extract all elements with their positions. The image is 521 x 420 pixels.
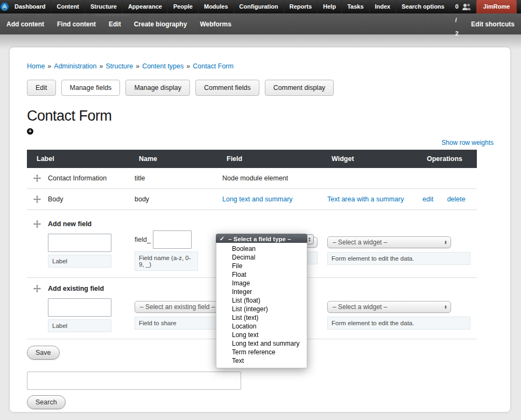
dropdown-option-decimal[interactable]: Decimal — [216, 253, 307, 262]
shortcut-find-content[interactable]: Find content — [51, 20, 102, 28]
search-input[interactable] — [27, 372, 241, 390]
drag-handle-icon[interactable] — [33, 174, 41, 182]
field-type: Node module element — [222, 168, 327, 189]
new-field-label-input[interactable] — [48, 234, 111, 252]
drupal-drop-icon — [0, 2, 9, 11]
breadcrumb-separator: » — [186, 62, 190, 70]
table-header-row: Label Name Field Widget Operations — [27, 150, 477, 168]
admin-toolbar: Dashboard Content Structure Appearance P… — [0, 0, 521, 13]
select-stepper-icon: ▲▼ — [308, 237, 311, 242]
field-type-link[interactable]: Long text and summary — [222, 195, 293, 203]
breadcrumb-administration[interactable]: Administration — [54, 62, 96, 70]
toolbar-item-content[interactable]: Content — [51, 0, 85, 13]
delete-link[interactable]: delete — [447, 195, 466, 203]
breadcrumb-structure[interactable]: Structure — [105, 62, 133, 70]
breadcrumb-home[interactable]: Home — [27, 62, 45, 70]
save-button[interactable]: Save — [27, 346, 60, 360]
contextual-add-icon[interactable]: + — [27, 128, 33, 135]
field-name-prefix: field_ — [135, 230, 151, 249]
toolbar-item-dashboard[interactable]: Dashboard — [9, 0, 51, 13]
tab-manage-display[interactable]: Manage display — [125, 80, 190, 96]
tab-comment-fields[interactable]: Comment fields — [195, 80, 259, 96]
drupal-logo-icon[interactable] — [0, 0, 9, 13]
edit-shortcuts-link[interactable]: Edit shortcuts — [464, 20, 521, 28]
toolbar-item-appearance[interactable]: Appearance — [123, 0, 168, 13]
breadcrumb-separator: » — [100, 62, 103, 70]
show-row-weights-link[interactable]: Show row weights — [441, 139, 494, 146]
dropdown-option-location[interactable]: Location — [216, 322, 307, 331]
field-name: body — [135, 189, 222, 210]
existing-field-label-description: Label — [48, 319, 111, 332]
dropdown-option-file[interactable]: File — [216, 262, 307, 270]
table-row-body: Body body Long text and summary Text are… — [27, 189, 477, 210]
toolbar-item-modules[interactable]: Modules — [199, 0, 234, 13]
users-icon — [462, 0, 476, 13]
toolbar-item-index[interactable]: Index — [370, 0, 397, 13]
field-widget — [327, 168, 423, 189]
dropdown-option-boolean[interactable]: Boolean — [216, 244, 307, 253]
dropdown-option-list-integer[interactable]: List (integer) — [216, 305, 307, 313]
widget-select-value: – Select a widget – — [333, 303, 387, 311]
dropdown-option-image[interactable]: Image — [216, 279, 307, 288]
col-header-field: Field — [222, 150, 327, 168]
dropdown-selected-label: – Select a field type – — [228, 236, 291, 242]
dropdown-option-list-text[interactable]: List (text) — [216, 313, 307, 322]
field-widget-link[interactable]: Text area with a summary — [327, 195, 404, 203]
select-stepper-icon: ▲▼ — [444, 240, 447, 245]
toolbar-item-reports[interactable]: Reports — [284, 0, 318, 13]
dropdown-option-float[interactable]: Float — [216, 270, 307, 279]
new-field-label-description: Label — [48, 255, 111, 268]
add-existing-field-title: Add existing field — [48, 284, 111, 293]
field-name: title — [135, 168, 222, 189]
dropdown-option-long-text[interactable]: Long text — [216, 331, 307, 339]
dropdown-option-integer[interactable]: Integer — [216, 288, 307, 296]
existing-field-label-input[interactable] — [48, 298, 111, 317]
toolbar-item-configuration[interactable]: Configuration — [234, 0, 284, 13]
breadcrumb: Home»Administration»Structure»Content ty… — [27, 62, 510, 70]
tab-manage-fields[interactable]: Manage fields — [61, 80, 121, 96]
dropdown-option-list: Boolean Decimal File Float Image Integer… — [216, 243, 307, 368]
dropdown-option-list-float[interactable]: List (float) — [216, 296, 307, 305]
shortcut-webforms[interactable]: Webforms — [193, 20, 237, 28]
tab-comment-display[interactable]: Comment display — [265, 80, 334, 96]
col-header-label: Label — [27, 150, 135, 168]
edit-link[interactable]: edit — [423, 195, 433, 203]
online-user-counter: 0 / 2 — [450, 0, 462, 13]
search-button[interactable]: Search — [27, 395, 66, 409]
widget-select[interactable]: – Select a widget – ▲▼ — [327, 236, 451, 248]
shortcut-edit[interactable]: Edit — [102, 20, 128, 28]
field-label: Contact Information — [48, 174, 107, 182]
breadcrumb-separator: » — [47, 62, 51, 70]
widget-select-value: – Select a widget – — [333, 239, 387, 246]
shortcut-add-content[interactable]: Add content — [0, 20, 51, 28]
table-row-title: Contact Information title Node module el… — [27, 168, 477, 189]
toolbar-item-search-options[interactable]: Search options — [396, 0, 449, 13]
field-type-dropdown: ✓ – Select a field type – Boolean Decima… — [216, 234, 307, 368]
new-field-name-input[interactable] — [153, 230, 192, 249]
col-header-name: Name — [135, 150, 222, 168]
toolbar-item-structure[interactable]: Structure — [85, 0, 123, 13]
drag-handle-icon[interactable] — [33, 285, 41, 292]
shortcut-create-biography[interactable]: Create biography — [128, 20, 194, 28]
active-toolbar-indicator — [95, 13, 130, 16]
dropdown-option-term-reference[interactable]: Term reference — [216, 348, 307, 356]
tab-edit[interactable]: Edit — [27, 80, 56, 96]
logout-link[interactable]: Log out — [517, 0, 521, 13]
toolbar-item-tasks[interactable]: Tasks — [342, 0, 369, 13]
page-title: Contact Form — [27, 108, 510, 124]
col-header-widget: Widget — [327, 150, 423, 168]
dropdown-option-long-text-and-summary[interactable]: Long text and summary — [216, 339, 307, 348]
toolbar-item-people[interactable]: People — [168, 0, 199, 13]
shortcut-bar: Add content Find content Edit Create bio… — [0, 13, 521, 34]
select-stepper-icon: ▲▼ — [444, 305, 447, 310]
breadcrumb-contact-form[interactable]: Contact Form — [193, 62, 234, 70]
breadcrumb-content-types[interactable]: Content types — [142, 62, 184, 70]
drag-handle-icon[interactable] — [33, 220, 41, 228]
current-user-badge[interactable]: JimRome — [476, 0, 517, 13]
field-operations — [423, 168, 477, 189]
dropdown-option-text[interactable]: Text — [216, 356, 307, 365]
toolbar-item-help[interactable]: Help — [318, 0, 342, 13]
task-tabs: Edit Manage fields Manage display Commen… — [27, 80, 510, 96]
drag-handle-icon[interactable] — [33, 195, 41, 203]
widget-select[interactable]: – Select a widget – ▲▼ — [327, 301, 451, 313]
